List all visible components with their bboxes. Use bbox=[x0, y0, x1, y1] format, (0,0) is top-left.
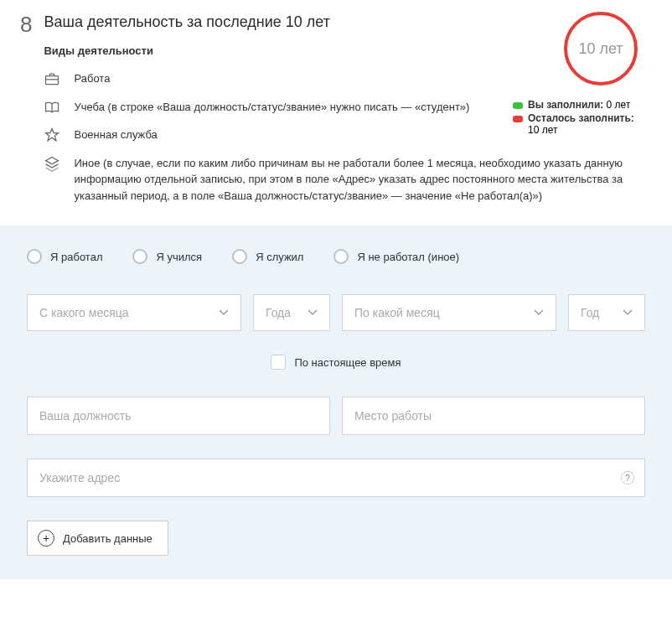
legend-remaining-value: 10 лет bbox=[528, 124, 557, 136]
chevron-down-icon bbox=[534, 309, 544, 316]
workplace-input[interactable]: Место работы bbox=[342, 396, 645, 435]
briefcase-icon bbox=[44, 70, 60, 86]
radio-studied[interactable]: Я учился bbox=[132, 249, 202, 264]
select-placeholder: По какой месяц bbox=[354, 306, 440, 319]
address-input[interactable]: Укажите адрес ? bbox=[27, 459, 645, 497]
present-checkbox[interactable] bbox=[271, 355, 286, 370]
svg-marker-3 bbox=[46, 129, 59, 141]
step-number: 8 bbox=[20, 13, 32, 35]
radio-label: Я не работал (иное) bbox=[357, 251, 459, 263]
radio-icon bbox=[132, 249, 147, 264]
add-button-label: Добавить данные bbox=[63, 532, 152, 545]
radio-label: Я учился bbox=[156, 251, 202, 263]
radio-icon bbox=[232, 249, 247, 264]
activity-form: Я работал Я учился Я служил Я не работал… bbox=[0, 225, 672, 579]
chevron-down-icon bbox=[219, 309, 229, 316]
input-placeholder: Место работы bbox=[354, 409, 432, 422]
ring-label: 10 лет bbox=[578, 40, 623, 58]
help-icon[interactable]: ? bbox=[621, 471, 634, 484]
svg-marker-4 bbox=[46, 157, 59, 163]
input-placeholder: Ваша должность bbox=[39, 409, 131, 422]
select-placeholder: Года bbox=[266, 306, 291, 319]
radio-worked[interactable]: Я работал bbox=[27, 249, 102, 264]
type-row-other: Иное (в случае, если по каким либо причи… bbox=[44, 155, 652, 205]
chevron-down-icon bbox=[308, 309, 318, 316]
star-icon bbox=[44, 127, 60, 142]
to-year-select[interactable]: Год bbox=[568, 294, 645, 331]
from-month-select[interactable]: С какого месяца bbox=[27, 294, 241, 331]
radio-label: Я работал bbox=[50, 251, 102, 263]
input-placeholder: Укажите адрес bbox=[39, 471, 120, 484]
select-placeholder: Год bbox=[581, 306, 599, 319]
type-label: Иное (в случае, если по каким либо причи… bbox=[74, 155, 652, 205]
add-data-button[interactable]: + Добавить данные bbox=[27, 521, 168, 556]
radio-label: Я служил bbox=[256, 251, 303, 263]
radio-icon bbox=[333, 249, 349, 264]
plus-icon: + bbox=[38, 530, 54, 547]
legend-remaining-label: Осталось заполнить: bbox=[528, 112, 634, 124]
legend-filled-value: 0 лет bbox=[607, 99, 631, 111]
progress-legend: Вы заполнили: 0 лет Осталось заполнить: … bbox=[513, 99, 647, 137]
radio-icon bbox=[27, 249, 42, 264]
chevron-down-icon bbox=[623, 309, 633, 316]
present-label: По настоящее время bbox=[294, 356, 401, 369]
dot-red-icon bbox=[513, 116, 523, 122]
from-year-select[interactable]: Года bbox=[253, 294, 330, 331]
dot-green-icon bbox=[513, 102, 523, 109]
svg-rect-0 bbox=[46, 76, 59, 85]
position-input[interactable]: Ваша должность bbox=[27, 396, 330, 435]
book-icon bbox=[44, 99, 60, 114]
radio-served[interactable]: Я служил bbox=[232, 249, 303, 264]
select-placeholder: С какого месяца bbox=[39, 306, 129, 319]
radio-none[interactable]: Я не работал (иное) bbox=[333, 249, 459, 264]
to-month-select[interactable]: По какой месяц bbox=[342, 294, 556, 331]
layers-icon bbox=[44, 155, 60, 170]
progress-ring: 10 лет bbox=[555, 12, 647, 86]
legend-filled-label: Вы заполнили: bbox=[528, 99, 603, 111]
